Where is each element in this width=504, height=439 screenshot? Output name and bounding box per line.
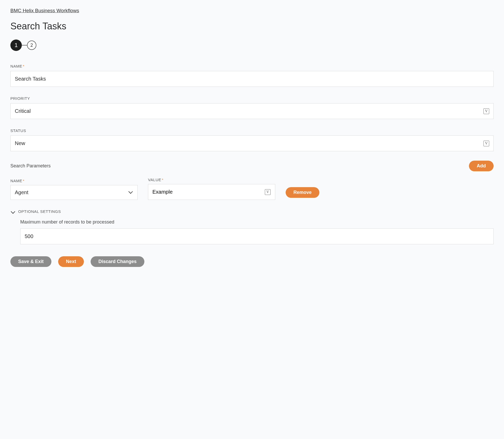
next-button[interactable]: Next [58,256,84,267]
name-input[interactable] [10,71,494,87]
discard-button[interactable]: Discard Changes [91,256,144,267]
param-value-label: VALUE* [148,178,275,182]
breadcrumb-link[interactable]: BMC Helix Business Workflows [10,8,79,13]
save-exit-button[interactable]: Save & Exit [10,256,51,267]
status-select[interactable]: New V [10,135,494,151]
param-value-input[interactable] [148,184,275,200]
search-params-label: Search Parameters [10,163,51,169]
variable-icon[interactable]: V [483,141,489,146]
status-value: New [15,140,25,146]
param-name-value: Agent [15,189,28,195]
max-records-label: Maximum number of records to be processe… [20,219,494,225]
max-records-input[interactable] [20,228,494,244]
param-name-select[interactable]: Agent [10,185,138,200]
remove-button[interactable]: Remove [286,187,319,198]
priority-label: PRIORITY [10,96,494,101]
optional-settings-label: OPTIONAL SETTINGS [18,209,61,214]
variable-icon[interactable]: V [265,189,271,195]
variable-icon[interactable]: V [483,108,489,114]
priority-value: Critical [15,108,31,114]
chevron-down-icon [11,209,15,214]
name-label: NAME* [10,64,494,68]
optional-settings-toggle[interactable]: OPTIONAL SETTINGS [10,209,494,214]
required-asterisk: * [23,64,24,68]
chevron-down-icon [129,191,133,194]
param-name-label: NAME* [10,179,138,183]
add-button[interactable]: Add [469,161,494,171]
param-value-input-wrap: V [148,184,275,200]
step-connector [22,45,27,45]
status-label: STATUS [10,128,494,133]
required-asterisk: * [162,178,163,182]
step-2[interactable]: 2 [27,41,36,50]
step-1[interactable]: 1 [10,40,22,51]
priority-select[interactable]: Critical V [10,103,494,119]
stepper: 1 2 [10,40,494,51]
page-title: Search Tasks [10,21,494,32]
required-asterisk: * [23,179,24,183]
